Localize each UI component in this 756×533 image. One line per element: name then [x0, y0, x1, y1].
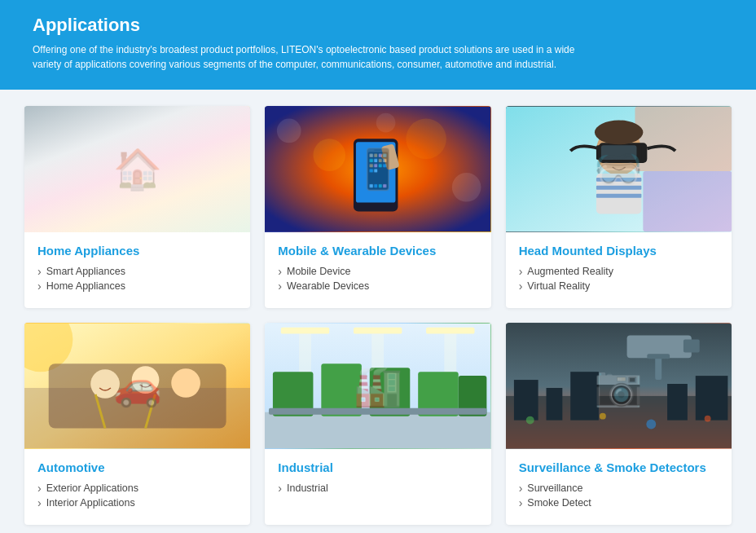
card-image-automotive — [24, 323, 250, 449]
card-links-head-mounted: Augmented RealityVirtual Reality — [519, 266, 719, 292]
card-link-item[interactable]: Home Appliances — [37, 280, 237, 292]
card-industrial: IndustrialIndustrial — [265, 323, 490, 525]
card-body-industrial: IndustrialIndustrial — [265, 449, 490, 510]
svg-point-66 — [600, 413, 606, 420]
card-body-mobile-wearable: Mobile & Wearable DevicesMobile DeviceWe… — [265, 232, 490, 308]
svg-point-10 — [165, 133, 198, 169]
svg-rect-5 — [33, 204, 130, 207]
card-link-item[interactable]: Interior Applications — [37, 497, 237, 509]
svg-rect-63 — [667, 384, 688, 421]
svg-rect-40 — [49, 363, 226, 428]
card-head-mounted: Head Mounted DisplaysAugmented RealityVi… — [506, 106, 732, 308]
svg-rect-36 — [596, 194, 641, 198]
card-title-head-mounted[interactable]: Head Mounted Displays — [519, 244, 719, 258]
card-automotive: AutomotiveExterior ApplicationsInterior … — [24, 323, 250, 525]
card-link-item[interactable]: Augmented Reality — [519, 266, 719, 277]
svg-rect-35 — [596, 186, 641, 190]
svg-rect-61 — [546, 388, 562, 421]
card-links-home-appliances: Smart AppliancesHome Appliances — [37, 266, 237, 292]
svg-point-41 — [90, 369, 120, 399]
svg-point-7 — [62, 121, 85, 147]
svg-rect-12 — [165, 167, 194, 215]
svg-point-6 — [43, 124, 63, 147]
svg-rect-1 — [24, 107, 138, 232]
card-body-surveillance: Surveillance & Smoke DetectorsSurveillan… — [506, 449, 732, 525]
svg-rect-60 — [514, 380, 538, 421]
svg-point-68 — [704, 416, 710, 422]
svg-rect-23 — [381, 143, 400, 170]
card-title-automotive[interactable]: Automotive — [37, 460, 237, 474]
svg-rect-75 — [647, 354, 670, 359]
svg-rect-29 — [596, 145, 603, 160]
svg-rect-46 — [281, 328, 329, 334]
svg-point-42 — [132, 366, 160, 394]
card-image-surveillance — [506, 323, 732, 449]
svg-rect-30 — [635, 145, 641, 160]
svg-rect-70 — [683, 340, 700, 353]
svg-point-15 — [277, 119, 301, 143]
cards-grid: Home AppliancesSmart AppliancesHome Appl… — [0, 90, 756, 533]
card-link-item[interactable]: Industrial — [278, 482, 477, 494]
svg-rect-45 — [265, 412, 490, 449]
page-title: Applications — [33, 15, 723, 36]
card-links-industrial: Industrial — [278, 482, 477, 494]
svg-point-16 — [314, 139, 346, 171]
card-link-item[interactable]: Smart Appliances — [37, 266, 237, 277]
svg-point-18 — [452, 173, 481, 202]
card-home-appliances: Home AppliancesSmart AppliancesHome Appl… — [24, 106, 250, 308]
svg-point-17 — [407, 119, 447, 160]
svg-point-65 — [525, 416, 534, 425]
svg-rect-47 — [354, 328, 402, 334]
svg-rect-3 — [33, 139, 130, 142]
svg-point-32 — [595, 121, 643, 145]
svg-rect-48 — [426, 328, 474, 334]
svg-point-22 — [380, 149, 395, 161]
svg-rect-0 — [24, 107, 250, 232]
card-title-surveillance[interactable]: Surveillance & Smoke Detectors — [519, 460, 719, 474]
svg-rect-31 — [601, 145, 637, 160]
card-title-home-appliances[interactable]: Home Appliances — [37, 244, 237, 258]
svg-rect-62 — [570, 372, 599, 420]
card-surveillance: Surveillance & Smoke DetectorsSurveillan… — [506, 323, 732, 525]
svg-rect-21 — [356, 142, 396, 202]
card-body-automotive: AutomotiveExterior ApplicationsInterior … — [24, 449, 250, 525]
card-link-item[interactable]: Surveillance — [519, 482, 719, 494]
card-link-item[interactable]: Mobile Device — [278, 266, 477, 277]
svg-rect-25 — [635, 107, 732, 171]
card-image-industrial — [265, 323, 490, 449]
svg-point-43 — [171, 368, 200, 398]
svg-rect-9 — [146, 123, 243, 232]
svg-rect-28 — [599, 143, 647, 163]
card-link-item[interactable]: Exterior Applications — [37, 482, 237, 494]
svg-point-8 — [86, 126, 104, 147]
svg-rect-57 — [269, 408, 486, 415]
card-links-surveillance: SurveillanceSmoke Detect — [519, 482, 719, 509]
card-mobile-wearable: Mobile & Wearable DevicesMobile DeviceWe… — [265, 106, 490, 308]
card-body-home-appliances: Home AppliancesSmart AppliancesHome Appl… — [24, 232, 250, 308]
card-title-mobile-wearable[interactable]: Mobile & Wearable Devices — [278, 244, 477, 258]
page-description: Offering one of the industry's broadest … — [33, 42, 587, 72]
svg-point-11 — [204, 130, 233, 163]
card-link-item[interactable]: Virtual Reality — [519, 280, 719, 292]
card-links-automotive: Exterior ApplicationsInterior Applicatio… — [37, 482, 237, 509]
card-title-industrial[interactable]: Industrial — [278, 460, 477, 474]
svg-rect-13 — [202, 163, 228, 211]
svg-rect-74 — [655, 355, 662, 380]
card-image-mobile-wearable — [265, 106, 490, 232]
svg-rect-64 — [695, 376, 727, 420]
svg-rect-2 — [29, 111, 134, 228]
card-link-item[interactable]: Wearable Devices — [278, 280, 477, 292]
card-image-head-mounted — [506, 106, 732, 232]
svg-rect-34 — [596, 178, 641, 182]
svg-point-19 — [376, 113, 396, 133]
card-image-home-appliances — [24, 106, 250, 232]
page-header: Applications Offering one of the industr… — [0, 0, 756, 90]
svg-point-67 — [646, 420, 656, 429]
card-links-mobile-wearable: Mobile DeviceWearable Devices — [278, 266, 477, 292]
svg-rect-4 — [33, 171, 130, 174]
card-link-item[interactable]: Smoke Detect — [519, 497, 719, 509]
svg-rect-26 — [643, 171, 732, 231]
card-body-head-mounted: Head Mounted DisplaysAugmented RealityVi… — [506, 232, 732, 308]
